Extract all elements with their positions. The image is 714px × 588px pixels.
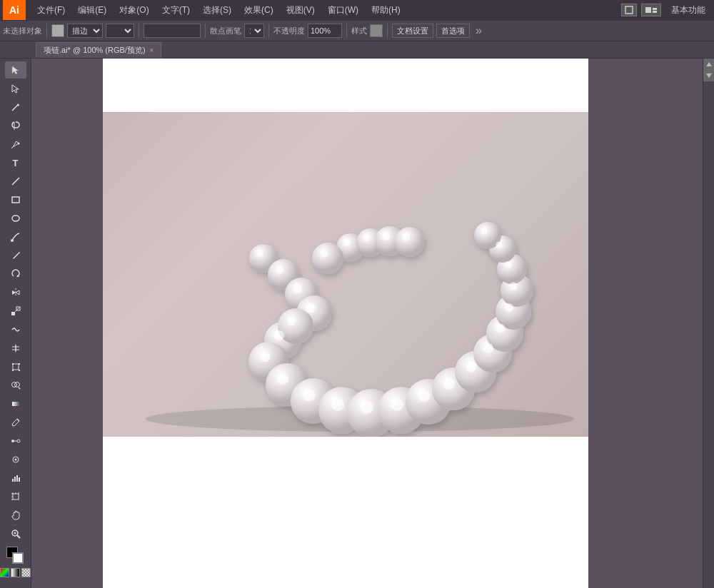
style-label: 样式 [351, 26, 367, 36]
svg-rect-33 [14, 477, 16, 482]
expand-btn[interactable]: » [473, 24, 485, 37]
workspace-label[interactable]: 基本功能 [665, 3, 711, 18]
screen-mode-btn[interactable] [621, 4, 637, 16]
svg-rect-35 [19, 477, 20, 482]
stroke-width-input[interactable] [144, 24, 201, 38]
svg-point-93 [496, 242, 503, 248]
svg-point-98 [403, 233, 411, 241]
svg-point-96 [363, 234, 371, 241]
symbol-tool[interactable] [5, 451, 26, 468]
svg-rect-25 [12, 402, 19, 406]
fill-stroke-widget[interactable] [5, 547, 26, 565]
brush-label: 散点画笔 [210, 26, 241, 36]
main-area: T [0, 59, 714, 588]
svg-rect-36 [13, 494, 19, 500]
svg-point-87 [466, 362, 477, 372]
toolbar: 未选择对象 描边 散点画笔 1 不透明度 样式 文档设置 首选项 » [0, 20, 714, 41]
rect-tool[interactable] [5, 191, 26, 208]
hand-tool[interactable] [5, 507, 26, 524]
pearl-necklace-svg [103, 112, 588, 437]
zoom-tool[interactable] [5, 525, 26, 542]
shape-builder-tool[interactable] [5, 377, 26, 394]
brush-size-select[interactable]: 1 [244, 24, 264, 38]
canvas-area[interactable] [31, 59, 703, 588]
line-tool[interactable] [5, 173, 26, 190]
svg-point-88 [483, 343, 493, 353]
graph-tool[interactable] [5, 470, 26, 487]
lasso-tool[interactable] [5, 117, 26, 134]
style-preview [370, 24, 383, 37]
svg-point-9 [11, 239, 14, 242]
gradient-swatch-btn[interactable] [11, 568, 20, 577]
svg-rect-21 [19, 370, 20, 371]
menu-view[interactable]: 视图(V) [281, 3, 321, 18]
doc-settings-btn[interactable]: 文档设置 [392, 24, 433, 38]
scroll-up-btn[interactable] [703, 59, 714, 70]
svg-line-5 [11, 147, 13, 148]
svg-rect-18 [12, 363, 14, 365]
menu-edit[interactable]: 编辑(E) [72, 3, 112, 18]
tab-close-btn[interactable]: × [150, 46, 154, 54]
svg-rect-17 [13, 364, 19, 370]
menu-effect[interactable]: 效果(C) [238, 3, 279, 18]
svg-point-72 [395, 227, 425, 257]
magic-wand-tool[interactable] [5, 98, 26, 116]
variable-select[interactable] [106, 24, 134, 38]
arrange-btn[interactable] [641, 4, 661, 16]
fill-color-btn[interactable] [51, 24, 64, 37]
menu-text[interactable]: 文字(T) [156, 3, 196, 18]
free-transform-tool[interactable] [5, 358, 26, 375]
svg-point-73 [312, 243, 343, 274]
width-tool[interactable] [5, 340, 26, 357]
artwork-region [103, 112, 588, 437]
pencil-tool[interactable] [5, 247, 26, 264]
svg-rect-34 [16, 475, 18, 482]
document-tab[interactable]: 项链.ai* @ 100% (RGB/预览) × [36, 42, 161, 58]
stroke-swatch[interactable] [12, 552, 24, 564]
scale-tool[interactable] [5, 303, 26, 320]
svg-point-95 [343, 239, 351, 246]
none-btn[interactable] [21, 568, 31, 577]
svg-point-91 [510, 283, 518, 290]
color-mode-btns [0, 568, 31, 577]
svg-rect-32 [12, 479, 14, 482]
artboard-tool[interactable] [5, 488, 26, 505]
svg-point-86 [443, 378, 455, 390]
rotate-tool[interactable] [5, 265, 26, 283]
type-tool[interactable]: T [5, 154, 26, 171]
opacity-input[interactable] [308, 24, 342, 38]
prefs-btn[interactable]: 首选项 [436, 24, 470, 38]
stroke-style-select[interactable]: 描边 [67, 24, 103, 38]
menu-select[interactable]: 选择(S) [197, 3, 237, 18]
svg-point-99 [321, 250, 328, 258]
reflect-tool[interactable] [5, 284, 26, 301]
svg-point-78 [274, 330, 284, 340]
menu-bar: Ai 文件(F) 编辑(E) 对象(O) 文字(T) 选择(S) 效果(C) 视… [0, 0, 714, 20]
menu-file[interactable]: 文件(F) [31, 3, 71, 18]
menu-help[interactable]: 帮助(H) [366, 3, 406, 18]
menu-object[interactable]: 对象(O) [114, 3, 154, 18]
svg-point-82 [331, 398, 344, 411]
svg-point-84 [391, 398, 403, 411]
svg-point-27 [11, 440, 14, 442]
pen-tool[interactable] [5, 136, 26, 153]
svg-point-77 [306, 304, 316, 313]
warp-tool[interactable] [5, 321, 26, 338]
svg-rect-19 [19, 363, 20, 365]
eyedropper-tool[interactable] [5, 414, 26, 431]
blend-tool[interactable] [5, 432, 26, 450]
svg-point-28 [17, 440, 20, 442]
select-tool[interactable] [5, 61, 26, 78]
svg-line-6 [12, 178, 19, 185]
gradient-tool[interactable] [5, 395, 26, 412]
svg-line-24 [19, 387, 20, 389]
svg-marker-102 [706, 74, 712, 78]
right-scrollbar[interactable] [703, 59, 714, 588]
menu-window[interactable]: 窗口(W) [322, 3, 364, 18]
color-btn[interactable] [0, 568, 9, 577]
ellipse-tool[interactable] [5, 210, 26, 227]
brush-tool[interactable] [5, 228, 26, 245]
svg-point-94 [481, 228, 488, 235]
scroll-down-btn[interactable] [703, 70, 714, 81]
direct-select-tool[interactable] [5, 80, 26, 97]
